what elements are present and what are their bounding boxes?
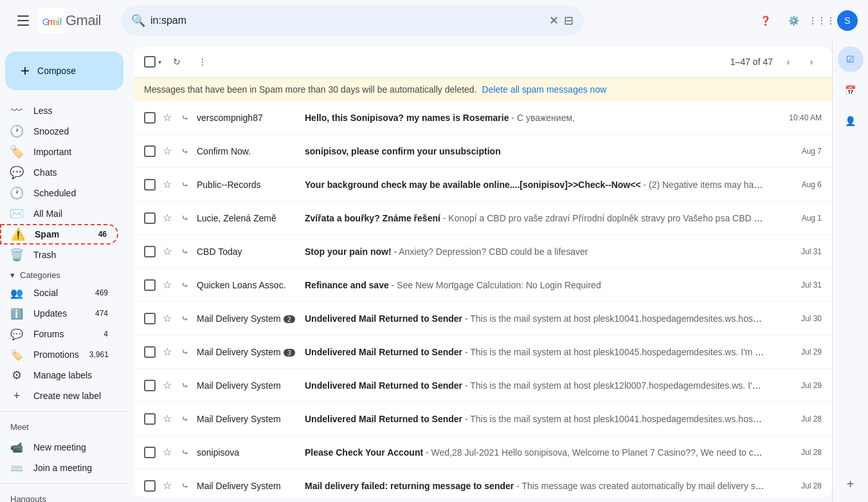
- join-meeting-item[interactable]: ⌨️ Join a meeting: [0, 458, 129, 478]
- scheduled-icon: 🕐: [10, 186, 23, 200]
- delete-spam-link[interactable]: Delete all spam messages now: [482, 84, 607, 95]
- next-page-button[interactable]: ›: [801, 51, 822, 72]
- sidebar-label-allmail: All Mail: [33, 209, 108, 219]
- star-button[interactable]: ☆: [161, 145, 174, 158]
- more-options-button[interactable]: ⋮: [192, 51, 213, 72]
- email-checkbox[interactable]: [144, 480, 156, 492]
- forward-button[interactable]: ⤷: [179, 346, 192, 358]
- email-preview: - This is the mail system at host plesk1…: [465, 347, 765, 357]
- email-row[interactable]: ☆ ⤷ Public--Records Your background chec…: [134, 168, 832, 201]
- add-panel-button[interactable]: +: [838, 471, 863, 497]
- forward-button[interactable]: ⤷: [179, 446, 192, 459]
- avatar[interactable]: S: [837, 10, 858, 31]
- forward-button[interactable]: ⤷: [179, 312, 192, 325]
- sidebar-item-updates[interactable]: ℹ️ Updates 474: [0, 303, 118, 324]
- sidebar-item-forums[interactable]: 💬 Forums 4: [0, 324, 118, 344]
- apps-button[interactable]: ⋮⋮⋮: [809, 8, 835, 33]
- forward-button[interactable]: ⤷: [179, 379, 192, 392]
- tasks-icon-btn[interactable]: ☑: [838, 46, 863, 72]
- star-button[interactable]: ☆: [161, 346, 174, 358]
- email-row[interactable]: ☆ ⤷ sonipisova Please Check Your Account…: [134, 436, 832, 469]
- email-checkbox[interactable]: [144, 246, 156, 257]
- email-preview: - See New Mortgage Calculation: No Login…: [392, 280, 601, 290]
- search-bar[interactable]: 🔍 ✕ ⊟: [121, 6, 584, 35]
- sidebar-item-allmail[interactable]: ✉️ All Mail: [0, 203, 118, 224]
- forward-button[interactable]: ⤷: [179, 178, 192, 191]
- star-button[interactable]: ☆: [161, 178, 174, 191]
- email-checkbox[interactable]: [144, 346, 156, 358]
- email-time: Aug 7: [770, 147, 822, 156]
- star-button[interactable]: ☆: [161, 279, 174, 292]
- forward-button[interactable]: ⤷: [179, 279, 192, 292]
- email-checkbox[interactable]: [144, 112, 156, 124]
- email-checkbox[interactable]: [144, 413, 156, 425]
- spam-icon: ⚠️: [12, 227, 24, 241]
- star-button[interactable]: ☆: [161, 413, 174, 425]
- sidebar-item-scheduled[interactable]: 🕐 Scheduled: [0, 183, 118, 203]
- email-row[interactable]: ☆ ⤷ verscompnigh87 Hello, this Sonipisov…: [134, 101, 832, 135]
- prev-page-button[interactable]: ‹: [778, 51, 799, 72]
- forward-button[interactable]: ⤷: [179, 212, 192, 225]
- forward-button[interactable]: ⤷: [179, 111, 192, 124]
- email-row[interactable]: ☆ ⤷ Quicken Loans Assoc. Refinance and s…: [134, 268, 832, 302]
- email-row[interactable]: ☆ ⤷ Mail Delivery System Undelivered Mai…: [134, 402, 832, 436]
- forward-button[interactable]: ⤷: [179, 413, 192, 425]
- calendar-icon-btn[interactable]: 📅: [838, 77, 863, 103]
- new-meeting-item[interactable]: 📹 New meeting: [0, 437, 129, 458]
- email-checkbox[interactable]: [144, 145, 156, 157]
- join-meeting-icon: ⌨️: [10, 462, 23, 474]
- join-meeting-label: Join a meeting: [33, 463, 92, 473]
- email-row[interactable]: ☆ ⤷ Mail Delivery System2 Undelivered Ma…: [134, 302, 832, 335]
- sidebar-item-trash[interactable]: 🗑️ Trash: [0, 245, 118, 265]
- select-dropdown[interactable]: ▾: [158, 59, 161, 66]
- star-button[interactable]: ☆: [161, 379, 174, 392]
- categories-header[interactable]: ▾ Categories: [0, 265, 129, 283]
- hamburger-menu[interactable]: [10, 8, 36, 33]
- settings-button[interactable]: ⚙️: [781, 8, 806, 33]
- sidebar-item-promotions[interactable]: 🏷️ Promotions 3,961: [0, 344, 118, 365]
- star-button[interactable]: ☆: [161, 111, 174, 124]
- email-checkbox[interactable]: [144, 279, 156, 291]
- forward-button[interactable]: ⤷: [179, 479, 192, 492]
- email-checkbox[interactable]: [144, 212, 156, 224]
- star-button[interactable]: ☆: [161, 212, 174, 225]
- email-checkbox[interactable]: [144, 447, 156, 458]
- sidebar-label-spam: Spam: [35, 229, 88, 239]
- email-row[interactable]: ☆ ⤷ Lucie, Zelená Země Zvířata a bouřky?…: [134, 201, 832, 235]
- email-checkbox[interactable]: [144, 179, 156, 191]
- forward-button[interactable]: ⤷: [179, 245, 192, 258]
- star-button[interactable]: ☆: [161, 446, 174, 459]
- sidebar-item-social[interactable]: 👥 Social 469: [0, 283, 118, 303]
- search-options-icon[interactable]: ⊟: [564, 14, 574, 28]
- email-row[interactable]: ☆ ⤷ Confirm Now. sonipisov, please confi…: [134, 135, 832, 168]
- star-button[interactable]: ☆: [161, 312, 174, 325]
- forward-button[interactable]: ⤷: [179, 145, 192, 158]
- email-checkbox[interactable]: [144, 313, 156, 324]
- contacts-icon-btn[interactable]: 👤: [838, 108, 863, 134]
- email-checkbox[interactable]: [144, 380, 156, 391]
- help-button[interactable]: ❓: [752, 8, 778, 33]
- select-all-checkbox[interactable]: [144, 56, 156, 68]
- manage-labels-item[interactable]: ⚙ Manage labels: [0, 365, 118, 386]
- search-clear-icon[interactable]: ✕: [549, 14, 559, 28]
- email-row[interactable]: ☆ ⤷ CBD Today Stop your pain now! - Anxi…: [134, 235, 832, 268]
- email-row[interactable]: ☆ ⤷ Mail Delivery System Mail delivery f…: [134, 469, 832, 497]
- star-button[interactable]: ☆: [161, 479, 174, 492]
- compose-button[interactable]: + Compose: [5, 51, 123, 90]
- sidebar-label-chats: Chats: [33, 167, 108, 178]
- pagination: 1–47 of 47 ‹ ›: [730, 51, 822, 72]
- create-label-item[interactable]: + Create new label: [0, 386, 118, 406]
- refresh-button[interactable]: ↻: [167, 51, 187, 72]
- sidebar-item-chats[interactable]: 💬 Chats: [0, 162, 118, 183]
- email-content: Refinance and save - See New Mortgage Ca…: [305, 280, 765, 290]
- sidebar-item-snoozed[interactable]: 🕐 Snoozed: [0, 121, 118, 142]
- star-button[interactable]: ☆: [161, 245, 174, 258]
- email-row[interactable]: ☆ ⤷ Mail Delivery System Undelivered Mai…: [134, 369, 832, 402]
- spam-notice: Messages that have been in Spam more tha…: [134, 78, 832, 101]
- search-input[interactable]: [150, 15, 544, 26]
- sidebar-item-important[interactable]: 🏷️ Important: [0, 142, 118, 162]
- sidebar-item-spam[interactable]: ⚠️ Spam 46: [0, 224, 118, 245]
- email-subject: sonipisov, please confirm your unsubscip…: [305, 146, 501, 156]
- email-row[interactable]: ☆ ⤷ Mail Delivery System3 Undelivered Ma…: [134, 335, 832, 369]
- sidebar-item-less[interactable]: 〰 Less: [0, 100, 118, 121]
